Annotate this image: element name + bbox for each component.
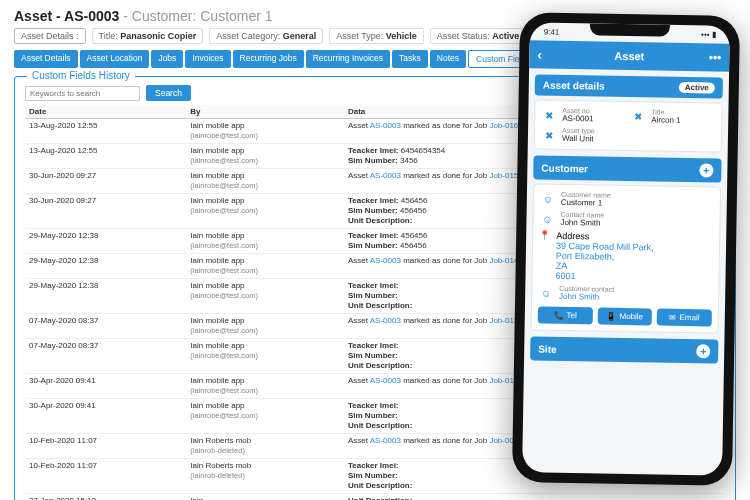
phone-mockup: 9:41••• ▮ ‹ Asset ••• Asset details Acti… [512,12,740,486]
asset-title-chip: Title: Panasonic Copier [92,28,204,44]
mobile-button[interactable]: 📱 Mobile [597,308,652,326]
asset-details-header[interactable]: Asset details Active [535,74,723,98]
tab-tasks[interactable]: Tasks [392,50,428,68]
customer-header[interactable]: Customer + [533,155,721,182]
tool-icon: ✖ [541,107,557,123]
customer-card: ☺Customer nameCustomer 1 ☺Contact nameJo… [531,183,722,333]
back-icon[interactable]: ‹ [537,46,542,62]
asset-type-chip: Asset Type: Vehicle [329,28,423,44]
app-header: ‹ Asset ••• [529,40,729,71]
panel-title: Custom Fields History [27,70,135,81]
address-link[interactable]: 39 Cape Road Mill Park, Port Elizabeth, … [555,241,653,283]
app-title: Asset [614,50,644,63]
email-button[interactable]: ✉ Email [657,309,712,327]
pin-icon: 📍 [538,230,550,280]
asset-category-chip: Asset Category: General [209,28,323,44]
table-row: 27-Jan-2020 15:10Iain(iainr)Unit Descrip… [25,494,725,501]
tab-recurring-invoices[interactable]: Recurring Invoices [306,50,390,68]
column-header: Date [25,105,186,119]
tab-asset-location[interactable]: Asset Location [80,50,150,68]
column-header: By [186,105,344,119]
asset-details-chip[interactable]: Asset Details : [14,28,86,44]
contact-link[interactable]: John Smith [559,292,614,302]
tab-asset-details[interactable]: Asset Details [14,50,78,68]
tool-icon: ✖ [630,108,646,124]
plus-icon[interactable]: + [699,163,713,177]
tool-icon: ✖ [541,127,557,143]
person-icon: ☺ [538,284,554,300]
search-button[interactable]: Search [146,85,191,101]
plus-icon[interactable]: + [696,344,710,358]
status-badge: Active [679,82,715,94]
asset-status-chip: Asset Status: Active [430,28,527,44]
tab-notes[interactable]: Notes [430,50,466,68]
search-input[interactable] [25,86,140,101]
person-icon: ☺ [540,190,556,206]
more-icon[interactable]: ••• [709,50,722,64]
tab-jobs[interactable]: Jobs [151,50,183,68]
asset-details-card: ✖Asset noAS-0001 ✖TitleAircon 1 ✖Asset t… [534,99,723,152]
tab-recurring-jobs[interactable]: Recurring Jobs [233,50,304,68]
person-icon: ☺ [539,210,555,226]
site-header[interactable]: Site + [530,336,718,363]
phone-notch [590,23,670,36]
tel-button[interactable]: 📞 Tel [538,306,593,324]
tab-invoices[interactable]: Invoices [185,50,230,68]
